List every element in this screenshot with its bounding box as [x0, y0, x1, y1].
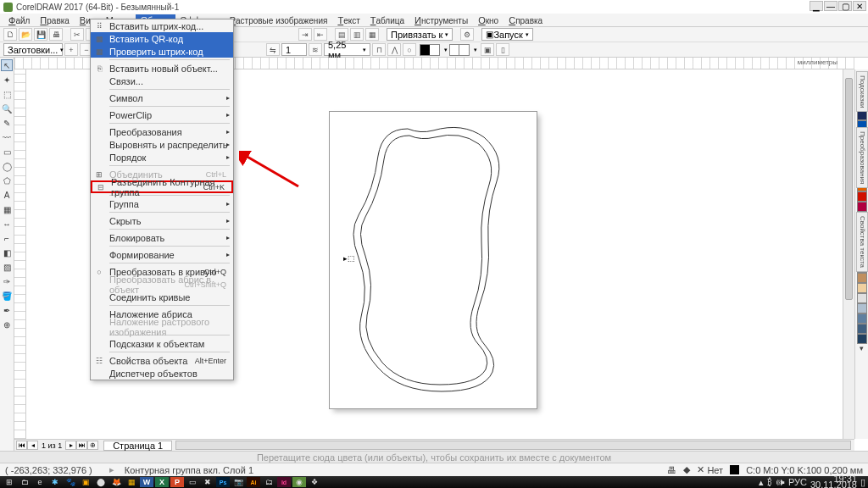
import-button[interactable]: ⇥: [298, 28, 312, 41]
cut-button[interactable]: ✂: [70, 28, 84, 41]
fill-swatch[interactable]: [420, 44, 440, 56]
presets-combo[interactable]: Заготовки...▾: [3, 43, 63, 56]
menu-справка[interactable]: Справка: [504, 14, 548, 26]
menu-item[interactable]: Преобразования▸: [91, 125, 233, 138]
export-button[interactable]: ⇤: [314, 28, 327, 41]
mirror-h-button[interactable]: ⇋: [266, 43, 280, 56]
tray-up-icon[interactable]: ▴: [759, 477, 764, 488]
color-swatch[interactable]: [857, 303, 867, 313]
language-indicator[interactable]: РУС: [788, 477, 807, 487]
freehand-tool[interactable]: ✎: [1, 117, 13, 129]
app-icon[interactable]: ✖: [201, 477, 214, 487]
menu-item[interactable]: ⠿Вставить штрих-код...: [91, 19, 233, 32]
options-button[interactable]: ⚙: [460, 28, 474, 41]
open-button[interactable]: 📂: [19, 28, 32, 41]
maximize-button[interactable]: ▢: [838, 1, 852, 11]
menu-инструменты[interactable]: Инструменты: [409, 14, 473, 26]
word-icon[interactable]: W: [140, 477, 153, 487]
menu-item[interactable]: Скрыть▸: [91, 214, 233, 227]
page-tab[interactable]: Страница 1: [103, 441, 172, 451]
app-icon[interactable]: 🐾: [64, 477, 77, 487]
tray-icon[interactable]: 🕪: [776, 477, 785, 487]
last-page-button[interactable]: ⏭: [76, 441, 87, 450]
pick-tool[interactable]: ↖: [1, 59, 13, 71]
ellipse-tool[interactable]: ◯: [1, 160, 13, 172]
launch-combo[interactable]: ▣ Запуск▾: [481, 28, 532, 41]
color-swatch[interactable]: [857, 293, 867, 303]
prev-page-button[interactable]: ◂: [27, 441, 38, 450]
table-tool[interactable]: ▦: [1, 203, 13, 215]
order-button[interactable]: ▯: [496, 43, 509, 56]
app-icon[interactable]: ⬤: [94, 477, 108, 487]
join-button[interactable]: ⋀: [387, 43, 401, 56]
rectangle-tool[interactable]: ▭: [1, 146, 13, 158]
menu-правка[interactable]: Правка: [35, 14, 75, 26]
menu-текст[interactable]: Текст: [332, 14, 364, 26]
shape-tool[interactable]: ✦: [1, 74, 13, 86]
powerpoint-icon[interactable]: P: [170, 477, 184, 487]
text-props-panel-tab[interactable]: Свойства текста: [856, 212, 868, 272]
tray-icon[interactable]: ₿: [767, 477, 772, 487]
transparency-tool[interactable]: ▨: [1, 261, 13, 273]
illustrator-icon[interactable]: Ai: [247, 477, 260, 487]
coreldraw-taskbar-icon[interactable]: ◉: [292, 477, 306, 487]
app-icon[interactable]: ▦: [125, 477, 138, 487]
stroke-width-combo[interactable]: 5,25 мм▾: [324, 43, 370, 56]
start-button[interactable]: ⊞: [3, 477, 16, 487]
save-button[interactable]: 💾: [34, 28, 47, 41]
outline-tool[interactable]: ✒: [1, 304, 13, 316]
menu-item[interactable]: Блокировать▸: [91, 231, 233, 244]
dropshadow-tool[interactable]: ◧: [1, 247, 13, 258]
restore-button[interactable]: —: [824, 1, 837, 11]
menu-item[interactable]: ⎘Вставить новый объект...: [91, 62, 233, 75]
color-swatch[interactable]: [857, 202, 867, 212]
menu-item[interactable]: Диспетчер объектов: [91, 367, 233, 380]
menu-item[interactable]: ▦Вставить QR-код: [91, 32, 233, 45]
browser-icon[interactable]: e: [33, 477, 47, 487]
app-icon[interactable]: 🦊: [109, 477, 123, 487]
align-right-icon[interactable]: ▦: [365, 28, 379, 41]
print-button[interactable]: 🖶: [49, 28, 63, 41]
indesign-icon[interactable]: Id: [277, 477, 291, 487]
menu-таблица[interactable]: Таблица: [365, 14, 409, 26]
outline-swatch[interactable]: [449, 44, 470, 56]
menu-item[interactable]: Связи...: [91, 75, 233, 87]
zoom-tool[interactable]: 🔍: [1, 103, 13, 114]
menu-файл[interactable]: Файл: [3, 14, 35, 26]
add-page-button[interactable]: ⊕: [87, 441, 98, 450]
menu-item[interactable]: Подсказки к объектам: [91, 337, 233, 350]
scrollbar-horizontal[interactable]: [175, 441, 851, 450]
color-swatch[interactable]: [857, 273, 867, 283]
shape-contour[interactable]: [348, 122, 518, 402]
menu-item[interactable]: Порядок▸: [91, 151, 233, 164]
app-icon[interactable]: ▣: [79, 477, 92, 487]
excel-icon[interactable]: X: [155, 477, 169, 487]
explorer-icon[interactable]: 🗀: [18, 477, 31, 487]
menu-item[interactable]: Группа▸: [91, 197, 233, 210]
menu-item[interactable]: Формирование▸: [91, 248, 233, 261]
hints-panel-tab[interactable]: Подсказки: [856, 71, 868, 112]
connector-tool[interactable]: ⌐: [1, 232, 13, 244]
scrollbar-vertical[interactable]: [843, 69, 854, 439]
menu-item[interactable]: ▦Проверить штрих-код: [91, 45, 233, 58]
photoshop-icon[interactable]: Ps: [216, 477, 230, 487]
transform-panel-tab[interactable]: Преобразования: [856, 127, 868, 188]
stroke-style-button[interactable]: ≋: [309, 43, 322, 56]
cap-button[interactable]: ⊓: [372, 43, 386, 56]
menu-item[interactable]: Соединить кривые: [91, 291, 233, 303]
next-page-button[interactable]: ▸: [65, 441, 76, 450]
text-tool[interactable]: A: [1, 189, 13, 201]
app-icon[interactable]: ▭: [186, 477, 199, 487]
app-icon[interactable]: 📷: [231, 477, 245, 487]
palette-down-icon[interactable]: ▾: [860, 344, 864, 352]
wrap-button[interactable]: ▣: [481, 43, 494, 56]
menu-item[interactable]: PowerClip▸: [91, 108, 233, 121]
add-preset-button[interactable]: +: [64, 43, 78, 56]
menu-item[interactable]: Выровнять и распределить▸: [91, 138, 233, 151]
first-page-button[interactable]: ⏮: [16, 441, 27, 450]
eyedropper-tool[interactable]: ✑: [1, 275, 13, 287]
new-button[interactable]: 🗋: [3, 28, 17, 41]
menu-окно[interactable]: Окно: [473, 14, 504, 26]
menu-item[interactable]: Символ▸: [91, 92, 233, 104]
app-icon[interactable]: ❖: [308, 477, 321, 487]
